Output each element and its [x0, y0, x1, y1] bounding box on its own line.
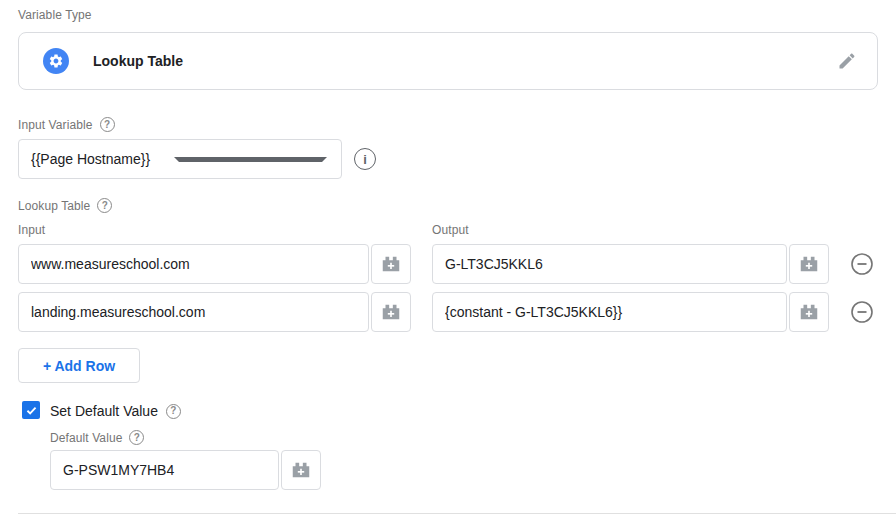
help-icon[interactable]: ? [100, 117, 115, 132]
lookup-row-output-field[interactable] [432, 292, 787, 332]
set-default-value-label: Set Default Value ? [50, 403, 181, 419]
lookup-table-label: Lookup Table ? [18, 198, 112, 213]
variable-picker-brick-icon[interactable] [281, 450, 321, 490]
help-icon[interactable]: ? [166, 404, 181, 419]
info-icon[interactable]: i [354, 148, 376, 170]
pencil-icon[interactable] [837, 51, 857, 71]
lookup-row-input-field[interactable] [18, 244, 369, 284]
remove-row-icon[interactable] [850, 252, 874, 276]
input-variable-label: Input Variable ? [18, 117, 115, 132]
lookup-row-output-field[interactable] [432, 244, 787, 284]
help-icon[interactable]: ? [129, 430, 144, 445]
variable-type-card[interactable]: Lookup Table [18, 32, 878, 90]
help-icon[interactable]: ? [97, 198, 112, 213]
variable-type-value: Lookup Table [93, 53, 183, 69]
input-variable-select[interactable]: {{Page Hostname}} [18, 139, 342, 179]
default-value-label: Default Value ? [50, 430, 144, 445]
lookup-row-input-field[interactable] [18, 292, 369, 332]
section-divider [18, 513, 896, 514]
set-default-value-checkbox[interactable] [22, 401, 40, 419]
variable-picker-brick-icon[interactable] [371, 292, 411, 332]
variable-type-label: Variable Type [18, 8, 92, 22]
checkmark-icon [25, 404, 38, 417]
variable-picker-brick-icon[interactable] [371, 244, 411, 284]
remove-row-icon[interactable] [850, 300, 874, 324]
gear-icon [43, 48, 69, 74]
input-variable-selected-value: {{Page Hostname}} [31, 151, 174, 167]
chevron-down-icon [174, 157, 327, 162]
variable-config-panel: Variable Type Lookup Table Input Variabl… [0, 0, 896, 520]
column-header-output: Output [432, 223, 469, 237]
default-value-field[interactable] [50, 450, 279, 490]
column-header-input: Input [18, 223, 45, 237]
variable-picker-brick-icon[interactable] [789, 244, 829, 284]
add-row-button[interactable]: + Add Row [18, 348, 140, 383]
variable-picker-brick-icon[interactable] [789, 292, 829, 332]
